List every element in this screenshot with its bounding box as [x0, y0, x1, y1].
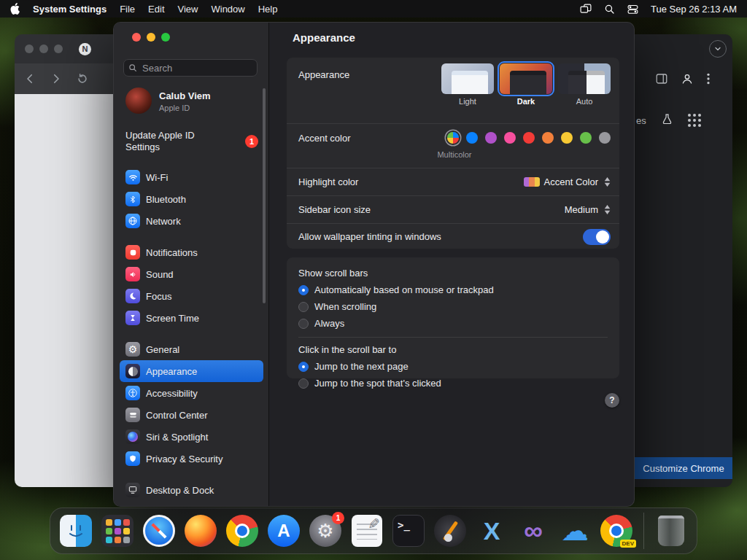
inactive-zoom-icon[interactable]: [54, 44, 63, 53]
menu-window[interactable]: Window: [211, 4, 244, 15]
side-panel-icon[interactable]: [655, 72, 668, 88]
dock-chrome-dev-icon[interactable]: DEV: [600, 514, 633, 548]
sidebar-item-accessibility[interactable]: Accessibility: [120, 382, 263, 404]
reload-icon[interactable]: [74, 71, 90, 87]
sidebar-item-siri-spotlight[interactable]: Siri & Spotlight: [120, 426, 263, 448]
dock-system-settings-icon[interactable]: 1: [309, 514, 342, 548]
stepper-chevrons-icon: [603, 177, 611, 187]
dock-vscode-icon[interactable]: X: [475, 514, 508, 548]
menubar-clock[interactable]: Tue Sep 26 2:13 AM: [651, 4, 737, 15]
sidebar-scrollbar[interactable]: [263, 88, 266, 303]
tab-favicon[interactable]: N: [79, 43, 91, 55]
control-center-icon[interactable]: [627, 4, 639, 15]
sidebar-item-wifi[interactable]: Wi-Fi: [120, 166, 263, 188]
dock-garageband-icon[interactable]: [433, 514, 467, 548]
apps-grid-icon[interactable]: [688, 114, 701, 127]
wallpaper-tinting-toggle[interactable]: [583, 229, 611, 245]
browser-tab-strip: N: [15, 34, 113, 63]
mode-option-dark[interactable]: Dark: [500, 63, 552, 106]
sidebar-icon-size-popup[interactable]: Medium: [565, 204, 611, 215]
profile-name[interactable]: Calub Viem: [159, 90, 211, 101]
accent-purple[interactable]: [485, 132, 497, 144]
more-menu-icon[interactable]: [706, 72, 711, 88]
forward-icon[interactable]: [48, 71, 64, 87]
menu-view[interactable]: View: [178, 4, 198, 15]
stage-manager-icon[interactable]: [579, 3, 592, 15]
accent-pink[interactable]: [504, 132, 516, 144]
menubar-app-name[interactable]: System Settings: [33, 4, 107, 15]
accent-graphite[interactable]: [599, 132, 611, 144]
sidebar-item-focus[interactable]: Focus: [120, 285, 263, 307]
dock-trash-icon[interactable]: [654, 514, 688, 548]
menu-help[interactable]: Help: [258, 4, 278, 15]
dock-app-store-icon[interactable]: [267, 514, 301, 548]
dock-chrome-icon[interactable]: [225, 514, 259, 548]
settings-notification-badge: 1: [332, 512, 344, 524]
group-divider: [298, 337, 608, 338]
background-browser-window-right[interactable]: es Customize Chrome: [633, 34, 732, 487]
bookmark-label[interactable]: es: [636, 115, 646, 126]
dock-cloud-app-icon[interactable]: ☁: [558, 514, 592, 548]
accent-orange[interactable]: [542, 132, 554, 144]
sidebar-item-network[interactable]: Network: [120, 210, 263, 232]
search-input[interactable]: [141, 62, 246, 74]
sidebar-item-notifications[interactable]: Notifications: [120, 241, 263, 263]
collapse-chevron-icon[interactable]: [709, 40, 727, 58]
help-button[interactable]: ?: [605, 393, 619, 408]
highlight-swatch: [524, 177, 540, 187]
update-badge: 1: [245, 135, 258, 148]
sidebar-item-control-center[interactable]: Control Center: [120, 404, 263, 426]
customize-chrome-button[interactable]: Customize Chrome: [633, 457, 732, 479]
dock-textedit-icon[interactable]: [350, 514, 384, 548]
profile-subtitle: Apple ID: [159, 104, 190, 112]
radio-jump-next-page[interactable]: Jump to the next page: [298, 359, 608, 373]
dock-safari-icon[interactable]: [142, 514, 176, 548]
dock-visual-studio-icon[interactable]: ∞: [516, 514, 550, 548]
radio-scrollbar-always[interactable]: Always: [298, 316, 608, 330]
profile-icon[interactable]: [681, 72, 694, 88]
sidebar-item-bluetooth[interactable]: Bluetooth: [120, 188, 263, 210]
minimize-icon[interactable]: [147, 33, 155, 42]
radio-scrollbar-when-scrolling[interactable]: When scrolling: [298, 300, 608, 314]
radio-scrollbar-auto[interactable]: Automatically based on mouse or trackpad: [298, 283, 608, 297]
menu-edit[interactable]: Edit: [148, 4, 164, 15]
spotlight-search-icon[interactable]: [604, 4, 615, 15]
sidebar-item-general[interactable]: ⚙ General: [120, 338, 263, 360]
sidebar-item-desktop-dock[interactable]: Desktop & Dock: [120, 479, 263, 501]
dock-terminal-icon[interactable]: [392, 514, 425, 548]
dock: 1 X ∞ ☁ DEV: [50, 508, 697, 554]
dock-finder-icon[interactable]: [59, 514, 93, 548]
radio-icon: [298, 378, 309, 389]
hourglass-icon: [125, 311, 140, 325]
inactive-minimize-icon[interactable]: [39, 44, 48, 53]
scrollbar-click-title: Click in the scroll bar to: [298, 344, 608, 355]
mode-option-light[interactable]: Light: [441, 63, 494, 106]
accent-multicolor[interactable]: [447, 132, 459, 144]
labs-beaker-icon[interactable]: [661, 113, 673, 128]
accent-red[interactable]: [523, 132, 535, 144]
sidebar-item-appearance[interactable]: Appearance: [120, 360, 263, 382]
wallpaper-tinting-row: Allow wallpaper tinting in windows: [287, 223, 619, 249]
zoom-icon[interactable]: [161, 33, 170, 42]
sidebar-item-privacy-security[interactable]: Privacy & Security: [120, 448, 263, 470]
dock-firefox-icon[interactable]: [184, 514, 217, 548]
avatar[interactable]: [125, 88, 152, 114]
apple-menu-icon[interactable]: [10, 3, 20, 15]
back-icon[interactable]: [22, 71, 38, 87]
accent-blue[interactable]: [466, 132, 478, 144]
close-icon[interactable]: [132, 33, 141, 42]
highlight-color-popup[interactable]: Accent Color: [524, 176, 611, 187]
background-browser-window-left[interactable]: N: [15, 34, 113, 487]
search-field[interactable]: [123, 59, 258, 77]
inactive-close-icon[interactable]: [25, 44, 34, 53]
menu-file[interactable]: File: [120, 4, 135, 15]
mode-option-auto[interactable]: Auto: [558, 63, 611, 106]
sidebar-item-sound[interactable]: Sound: [120, 263, 263, 285]
update-apple-id-row[interactable]: Update Apple ID Settings 1: [125, 130, 258, 154]
sidebar-item-screen-time[interactable]: Screen Time: [120, 307, 263, 329]
accent-green[interactable]: [580, 132, 592, 144]
highlight-color-row: Highlight color Accent Color: [287, 168, 619, 195]
dock-launchpad-icon[interactable]: [101, 514, 134, 548]
accent-yellow[interactable]: [561, 132, 573, 144]
radio-jump-to-spot[interactable]: Jump to the spot that's clicked: [298, 376, 608, 390]
